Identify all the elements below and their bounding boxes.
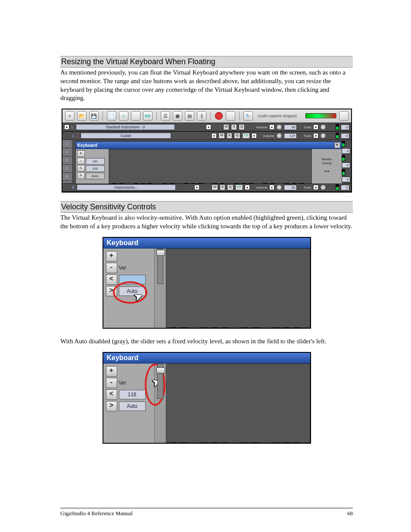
- gt-button[interactable]: >: [106, 401, 117, 411]
- fx-button[interactable]: FX: [242, 133, 250, 139]
- track-name-field[interactable]: Instruments...: [77, 184, 176, 190]
- keyboard-titlebar[interactable]: Keyboard ×: [76, 142, 342, 149]
- black-key[interactable]: [285, 183, 290, 184]
- virtual-keyboard[interactable]: 01: [166, 249, 310, 328]
- black-key[interactable]: [162, 183, 167, 184]
- black-key[interactable]: [212, 183, 217, 184]
- dropdown-icon[interactable]: ▾: [64, 124, 69, 130]
- black-key[interactable]: [270, 183, 275, 184]
- fx-button[interactable]: FX: [235, 184, 243, 190]
- gs-icon[interactable]: GS: [143, 111, 153, 121]
- black-key[interactable]: [283, 327, 289, 328]
- dropdown-icon[interactable]: ▾: [245, 185, 250, 190]
- q-button[interactable]: Q: [227, 184, 233, 190]
- volume-value[interactable]: 127: [284, 133, 297, 139]
- black-key[interactable]: [148, 183, 153, 184]
- plus-button[interactable]: +: [106, 251, 117, 261]
- blank2-icon[interactable]: [226, 111, 235, 121]
- black-key[interactable]: [242, 442, 248, 443]
- dropdown-icon[interactable]: ▾: [212, 133, 217, 138]
- gt-button[interactable]: >: [77, 172, 85, 179]
- black-key[interactable]: [292, 183, 296, 184]
- black-key[interactable]: [211, 442, 217, 443]
- blank-icon[interactable]: [131, 111, 140, 121]
- slider-thumb[interactable]: [156, 250, 165, 256]
- dropdown-icon[interactable]: ▾: [252, 133, 257, 138]
- track-name-field[interactable]: Guitar: [81, 133, 171, 139]
- lt-button[interactable]: <: [106, 274, 117, 285]
- grid-icon[interactable]: ▦: [173, 111, 182, 121]
- dropdown-icon[interactable]: ▾: [313, 133, 318, 138]
- velocity-slider[interactable]: [157, 364, 163, 399]
- volume-value[interactable]: 90: [284, 185, 297, 190]
- black-key[interactable]: [263, 183, 268, 184]
- pane-icon[interactable]: ▤: [185, 111, 194, 121]
- virtual-keyboard[interactable]: 01: [166, 364, 310, 443]
- black-key[interactable]: [293, 442, 299, 443]
- close-icon[interactable]: ×: [334, 142, 340, 148]
- black-key[interactable]: [299, 183, 304, 184]
- auto-button[interactable]: Auto: [86, 173, 105, 179]
- mute-button[interactable]: M: [223, 124, 230, 130]
- black-key[interactable]: [170, 442, 176, 443]
- gt-button[interactable]: >: [106, 286, 117, 296]
- vel-value[interactable]: 116: [119, 390, 146, 399]
- keyboard-titlebar[interactable]: Keyboard: [103, 238, 310, 249]
- black-key[interactable]: [293, 327, 299, 328]
- volume-dial[interactable]: [276, 133, 282, 139]
- mute-button[interactable]: M: [212, 184, 218, 190]
- black-key[interactable]: [252, 327, 258, 328]
- q-button[interactable]: Q: [239, 124, 245, 130]
- tune-dial[interactable]: [320, 133, 326, 139]
- black-key[interactable]: [242, 327, 248, 328]
- black-key[interactable]: [191, 183, 196, 184]
- slider-thumb[interactable]: [156, 367, 165, 373]
- dropdown-icon[interactable]: ▾: [206, 124, 211, 130]
- black-key[interactable]: [201, 442, 207, 443]
- minus-button[interactable]: -: [106, 378, 117, 388]
- black-key[interactable]: [184, 183, 188, 184]
- black-key[interactable]: [272, 327, 279, 328]
- minus-button[interactable]: -: [106, 263, 117, 273]
- track-name-field[interactable]: Stacked Instrument - 0: [76, 124, 175, 130]
- black-key[interactable]: [241, 183, 246, 184]
- black-key[interactable]: [133, 183, 138, 184]
- black-key[interactable]: [221, 442, 227, 443]
- refresh-icon[interactable]: ↻: [243, 111, 253, 121]
- solo-button[interactable]: S: [231, 124, 237, 130]
- black-key[interactable]: [234, 183, 239, 184]
- open-icon[interactable]: 📂: [77, 111, 87, 121]
- end-icon[interactable]: [339, 111, 349, 121]
- black-key[interactable]: [198, 183, 203, 184]
- piano-icon[interactable]: 𝄞: [197, 111, 206, 121]
- black-key[interactable]: [252, 442, 258, 443]
- minus-button[interactable]: -: [77, 158, 85, 165]
- dropdown-icon[interactable]: ▾: [194, 185, 199, 190]
- plus-button[interactable]: +: [77, 150, 85, 157]
- mixer-icon[interactable]: ☰: [161, 111, 170, 121]
- mute-button[interactable]: M: [218, 133, 225, 139]
- black-key[interactable]: [112, 183, 116, 184]
- black-key[interactable]: [119, 183, 124, 184]
- black-key[interactable]: [169, 183, 174, 184]
- volume-dial[interactable]: [276, 124, 282, 130]
- dropdown-icon[interactable]: ▾: [313, 124, 318, 130]
- black-key[interactable]: [201, 327, 207, 328]
- new-icon[interactable]: ✧: [65, 111, 75, 121]
- keyboard-titlebar[interactable]: Keyboard: [103, 353, 310, 364]
- dropdown-icon[interactable]: ▾: [313, 185, 318, 190]
- lt-button[interactable]: <: [77, 165, 85, 172]
- black-key[interactable]: [211, 327, 217, 328]
- black-key[interactable]: [140, 183, 145, 184]
- solo-button[interactable]: S: [227, 133, 232, 139]
- black-key[interactable]: [220, 183, 224, 184]
- tune-dial[interactable]: [320, 184, 326, 190]
- black-key[interactable]: [249, 183, 253, 184]
- solo-button[interactable]: S: [220, 184, 225, 190]
- black-key[interactable]: [221, 327, 227, 328]
- doc-icon[interactable]: 📄: [107, 111, 116, 121]
- pulse-icon[interactable]: ♫: [119, 111, 128, 121]
- black-key[interactable]: [180, 327, 187, 328]
- virtual-keyboard[interactable]: 0123: [109, 149, 311, 184]
- volume-dial[interactable]: [276, 184, 282, 190]
